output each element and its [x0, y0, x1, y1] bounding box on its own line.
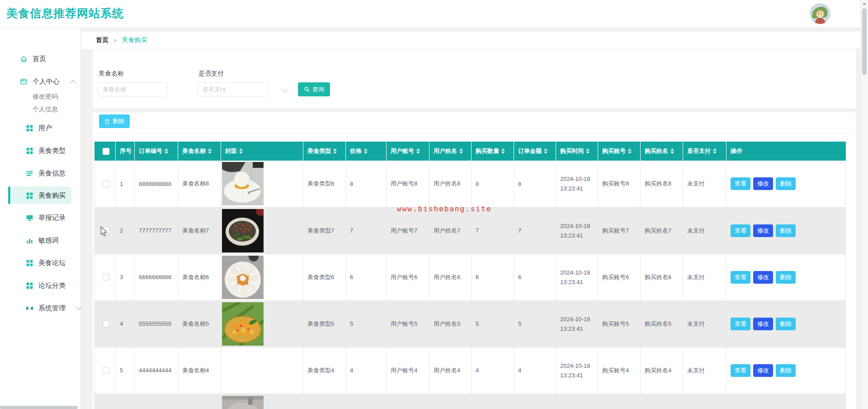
- column-header-7[interactable]: 用户姓名: [429, 142, 472, 161]
- user-avatar[interactable]: [810, 3, 830, 24]
- cell-order-no: 4444444444: [135, 347, 178, 394]
- column-header-8[interactable]: 购买数量: [472, 142, 514, 161]
- sort-caret-icon[interactable]: [544, 148, 547, 154]
- scrollbar-up-arrow-icon[interactable]: [863, 2, 866, 5]
- select-chevron-down-icon[interactable]: [282, 86, 288, 92]
- cell-food-type: 美食类型4: [303, 347, 346, 394]
- view-button[interactable]: 查看: [731, 364, 750, 377]
- table-row: 18888888888美食名称8美食类型88用户账号8用户姓名8882024-1…: [94, 161, 846, 207]
- edit-button[interactable]: 修改: [753, 318, 773, 330]
- sidebar-item-food-info[interactable]: 美食信息: [0, 164, 81, 182]
- edit-button[interactable]: 修改: [753, 177, 773, 190]
- row-checkbox[interactable]: [103, 181, 109, 187]
- delete-row-button[interactable]: 删除: [776, 271, 796, 284]
- cell-buyer-account: 购买账号4: [598, 347, 641, 394]
- column-header-2[interactable]: 美食名称: [178, 142, 221, 161]
- sidebar-item-report-records[interactable]: 举报记录: [0, 209, 81, 227]
- view-button[interactable]: 查看: [731, 177, 750, 190]
- cell-user-account: 用户账号4: [387, 347, 429, 394]
- column-header-label: 用户姓名: [434, 147, 457, 154]
- column-header-10[interactable]: 购买时间: [556, 142, 598, 161]
- cell-amount: 4: [514, 347, 556, 394]
- view-button[interactable]: 查看: [731, 318, 750, 330]
- sidebar-item-user-center[interactable]: 个人中心: [0, 72, 81, 90]
- sidebar-item-forum-categories[interactable]: 论坛分类: [0, 276, 81, 295]
- sidebar-item-sensitive-words[interactable]: 敏感词: [0, 231, 81, 249]
- sort-caret-icon[interactable]: [459, 148, 463, 154]
- column-header-12[interactable]: 购买姓名: [641, 142, 683, 161]
- column-header-13[interactable]: 是否支付: [683, 142, 726, 161]
- delete-row-button[interactable]: 删除: [776, 364, 796, 377]
- sort-caret-icon[interactable]: [364, 148, 368, 154]
- cell-quantity: 4: [472, 347, 514, 394]
- edit-button[interactable]: 修改: [753, 224, 773, 237]
- bar-chart-icon: [26, 237, 33, 244]
- sidebar-item-change-password[interactable]: 修改密码: [33, 90, 58, 103]
- delete-row-button[interactable]: 删除: [776, 177, 796, 190]
- breadcrumb-current-link[interactable]: 美食购买: [122, 36, 147, 44]
- sort-caret-icon[interactable]: [333, 148, 337, 154]
- vertical-scrollbar-thumb[interactable]: [862, 8, 867, 75]
- food-name-label: 美食名称: [99, 70, 124, 78]
- search-panel: 美食名称 是否支付 是否支付 查询: [93, 49, 856, 109]
- sidebar-item-food-forum[interactable]: 美食论坛: [0, 254, 81, 272]
- delete-row-button[interactable]: 删除: [776, 224, 796, 237]
- sort-caret-icon[interactable]: [208, 148, 212, 154]
- edit-button[interactable]: 修改: [753, 364, 773, 377]
- column-header-1[interactable]: 订单编号: [135, 142, 178, 161]
- sort-caret-icon[interactable]: [586, 148, 590, 154]
- sidebar-item-label: 敏感词: [38, 236, 59, 245]
- sidebar-item-food-types[interactable]: 美食类型: [0, 142, 81, 160]
- cell-price: 8: [346, 161, 387, 207]
- column-header-9[interactable]: 订单金额: [514, 142, 556, 161]
- horizontal-scrollbar-thumb[interactable]: [0, 406, 78, 409]
- horizontal-scrollbar[interactable]: [0, 406, 860, 409]
- cell-cover: [221, 254, 303, 300]
- sidebar-item-users[interactable]: 用户: [0, 119, 81, 137]
- delete-button[interactable]: 删除: [99, 114, 130, 128]
- home-icon: [20, 55, 28, 63]
- column-header-3[interactable]: 封面: [221, 142, 303, 161]
- cell-order-no: 7777777777: [135, 207, 178, 254]
- sort-caret-icon[interactable]: [670, 148, 674, 154]
- sort-caret-icon[interactable]: [416, 148, 420, 154]
- cell-food-name: 美食名称7: [178, 207, 221, 254]
- cell-price: 4: [346, 347, 387, 394]
- sort-caret-icon[interactable]: [239, 148, 243, 154]
- chevron-up-icon: [70, 80, 76, 86]
- row-checkbox[interactable]: [103, 367, 109, 374]
- app-header: 美食信息推荐网站系统: [0, 0, 868, 28]
- is-paid-select[interactable]: 是否支付: [198, 82, 268, 96]
- sort-caret-icon[interactable]: [713, 148, 717, 154]
- sort-caret-icon[interactable]: [165, 148, 168, 154]
- cell-buyer-account: 购买账号6: [598, 254, 641, 300]
- sidebar-item-personal-info[interactable]: 个人信息: [33, 103, 58, 116]
- view-button[interactable]: 查看: [731, 224, 750, 237]
- sidebar-item-system-management[interactable]: 系统管理: [0, 299, 81, 317]
- sort-caret-icon[interactable]: [501, 148, 505, 154]
- column-header-5[interactable]: 价格: [346, 142, 387, 161]
- cell-time: 2024-10-18 13:23:41: [556, 347, 598, 394]
- column-header-6[interactable]: 用户账号: [387, 142, 429, 161]
- vertical-scrollbar[interactable]: [860, 0, 868, 409]
- breadcrumb-separator: >: [113, 37, 117, 44]
- column-header-11[interactable]: 购买账号: [598, 142, 641, 161]
- breadcrumb-home-link[interactable]: 首页: [96, 36, 108, 44]
- sidebar-item-food-purchase[interactable]: 美食购买: [0, 186, 81, 204]
- cell-quantity: 5: [472, 300, 514, 347]
- cell-cover: [221, 207, 303, 254]
- delete-row-button[interactable]: 删除: [776, 318, 796, 330]
- select-all-checkbox[interactable]: [103, 148, 109, 155]
- grid-icon: [26, 259, 33, 267]
- query-button[interactable]: 查询: [298, 82, 330, 96]
- column-header-0: 序号: [116, 142, 135, 161]
- column-header-label: 购买姓名: [645, 147, 668, 154]
- row-checkbox[interactable]: [103, 320, 109, 327]
- sidebar-item-home[interactable]: 首页: [0, 50, 81, 68]
- edit-button[interactable]: 修改: [753, 271, 773, 284]
- food-name-input[interactable]: [98, 82, 167, 96]
- column-header-4[interactable]: 美食类型: [303, 142, 346, 161]
- view-button[interactable]: 查看: [731, 271, 750, 284]
- row-checkbox[interactable]: [103, 274, 109, 281]
- sort-caret-icon[interactable]: [628, 148, 632, 154]
